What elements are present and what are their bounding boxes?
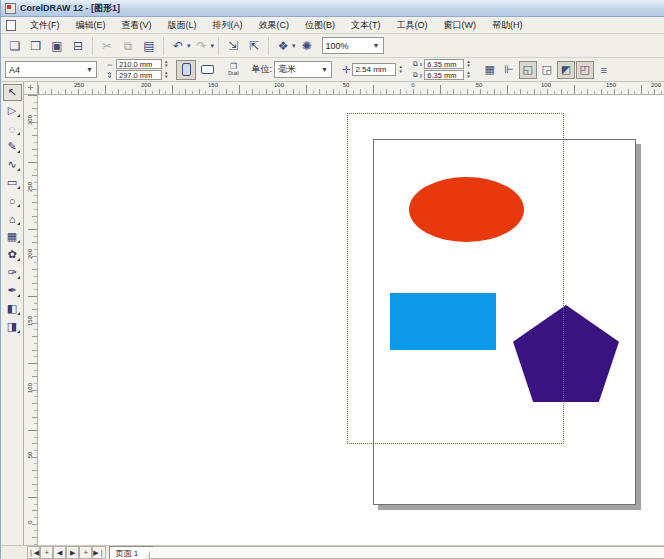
title-bar: CorelDRAW 12 - [图形1] [1,0,664,17]
drawing-canvas[interactable] [38,95,664,545]
nudge-offset-field[interactable]: 2.54 mm [352,63,396,76]
hruler-label: 250 [74,82,84,88]
zoom-level-combo[interactable]: 100% ▼ [322,37,384,54]
landscape-icon [201,65,214,74]
paper-height-field[interactable]: 297.0 mm [116,70,162,80]
toolbar-separator [268,37,269,55]
duplicate-x-field[interactable]: 6.35 mm [424,59,464,69]
vruler-label: 0 [27,517,33,527]
paper-width-field[interactable]: 210.0 mm [116,59,162,69]
document-window-icon [6,20,16,31]
first-page-button[interactable]: ❘◀ [27,546,40,559]
vruler-label: 300 [27,115,33,125]
hruler-label: 200 [141,82,151,88]
polygon-tool-button[interactable]: ⌂ [3,210,22,227]
menu-item-help[interactable]: 帮助(H) [484,17,531,34]
menu-item-edit[interactable]: 编辑(E) [68,17,114,34]
properties-button[interactable]: ≡ [595,61,613,79]
hruler-label: 100 [274,82,284,88]
freehand-tool-button[interactable]: ✎ [3,138,22,155]
redo-dropdown-icon[interactable]: ▾ [211,42,215,50]
units-label: 单位: [251,63,272,76]
marquee-select-button[interactable]: ◰ [576,61,594,79]
horizontal-ruler[interactable]: 250 200 150 100 50 0 50 100 150 200 [38,82,664,95]
page-bar: ❘◀ + ◀ ▶ + ▶❘ 页面 1 [1,545,664,559]
menu-item-view[interactable]: 查看(V) [114,17,160,34]
paper-width-icon: ⇔ [105,60,114,69]
add-page-after-button[interactable]: + [79,546,92,559]
interactive-fill-tool-button[interactable]: ◨ [3,318,22,335]
basic-shapes-tool-button[interactable]: ✿ [3,246,22,263]
menu-item-layout[interactable]: 版面(L) [160,17,205,34]
menu-item-arrange[interactable]: 排列(A) [205,17,251,34]
menu-item-bitmaps[interactable]: 位图(B) [297,17,343,34]
menu-item-window[interactable]: 窗口(W) [436,17,485,34]
zoom-tool-button[interactable]: ◌ [3,120,22,137]
duplicate-x-stepper[interactable]: ▲▼ [466,60,470,69]
duplicate-x-sublabel: x [420,61,423,67]
snap-to-dynamic-guides-button[interactable]: ◲ [538,61,556,79]
application-launcher-icon[interactable]: ❖ [273,36,293,56]
eyedropper-tool-button[interactable]: ✑ [3,264,22,281]
paper-type-combo[interactable]: A4 ▼ [5,61,97,78]
chevron-down-icon: ▼ [373,42,380,49]
shape-tool-button[interactable]: ▷ [3,102,22,119]
paper-type-value: A4 [9,65,20,75]
duplicate-y-stepper[interactable]: ▲▼ [466,71,470,80]
snap-to-grid-button[interactable]: ▦ [481,61,499,79]
menu-item-file[interactable]: 文件(F) [22,17,68,34]
undo-icon[interactable]: ↶ [168,36,188,56]
last-page-button[interactable]: ▶❘ [92,546,105,559]
add-page-before-button[interactable]: + [40,546,53,559]
rectangle-tool-button[interactable]: ▭ [3,174,22,191]
fill-tool-button[interactable]: ◧ [3,300,22,317]
next-page-button[interactable]: ▶ [66,546,79,559]
new-document-icon[interactable]: ❏ [5,36,25,56]
paper-height-stepper[interactable]: ▲▼ [164,71,168,80]
chevron-down-icon: ▼ [321,66,328,73]
ruler-origin[interactable]: ✛ [24,82,38,95]
horizontal-scrollbar[interactable] [149,546,664,559]
copy-icon[interactable]: ⧉ [118,36,138,56]
paper-width-stepper[interactable]: ▲▼ [164,60,168,69]
vruler-label: 200 [27,249,33,259]
print-icon[interactable]: ⊟ [68,36,88,56]
units-combo[interactable]: 毫米 ▼ [274,61,332,78]
smart-drawing-tool-button[interactable]: ∿ [3,156,22,173]
duplicate-y-field[interactable]: 6.35 mm [424,70,464,80]
page-tab[interactable]: 页面 1 [109,546,154,559]
portrait-icon [182,63,191,76]
paste-icon[interactable]: ▤ [139,36,159,56]
menu-item-text[interactable]: 文本(T) [343,17,389,34]
outline-tool-button[interactable]: ✒ [3,282,22,299]
snap-to-objects-button[interactable]: ◱ [519,61,537,79]
portrait-button[interactable] [176,60,196,80]
corel-online-icon[interactable]: ✺ [297,36,317,56]
selection-marquee [347,113,564,444]
import-icon[interactable]: ⇲ [223,36,243,56]
vruler-label: 150 [27,316,33,326]
toolbar-separator [92,37,93,55]
zoom-level-value: 100% [326,41,349,51]
nudge-offset-stepper[interactable]: ▲▼ [398,65,402,74]
ellipse-tool-button[interactable]: ○ [3,192,22,209]
vertical-ruler[interactable]: 300 250 200 150 100 50 0 [24,95,38,545]
export-icon[interactable]: ⇱ [244,36,264,56]
undo-dropdown-icon[interactable]: ▾ [187,42,191,50]
pick-tool-button[interactable]: ↖ [3,84,22,101]
prev-page-button[interactable]: ◀ [53,546,66,559]
cut-icon[interactable]: ✂ [97,36,117,56]
save-icon[interactable]: ▣ [47,36,67,56]
open-icon[interactable]: ❒ [26,36,46,56]
menu-item-effects[interactable]: 效果(C) [251,17,298,34]
hruler-label: 50 [343,82,350,88]
graph-paper-tool-button[interactable]: ▦ [3,228,22,245]
menu-item-tools[interactable]: 工具(O) [389,17,436,34]
landscape-button[interactable] [197,60,217,80]
redo-icon[interactable]: ↷ [192,36,212,56]
set-default-page-button[interactable]: ❐ Dual [223,60,243,80]
application-launcher-dropdown-icon[interactable]: ▾ [292,42,296,50]
treat-as-filled-button[interactable]: ◩ [557,61,575,79]
vruler-label: 50 [27,450,33,460]
snap-to-guidelines-button[interactable]: ⊩ [500,61,518,79]
